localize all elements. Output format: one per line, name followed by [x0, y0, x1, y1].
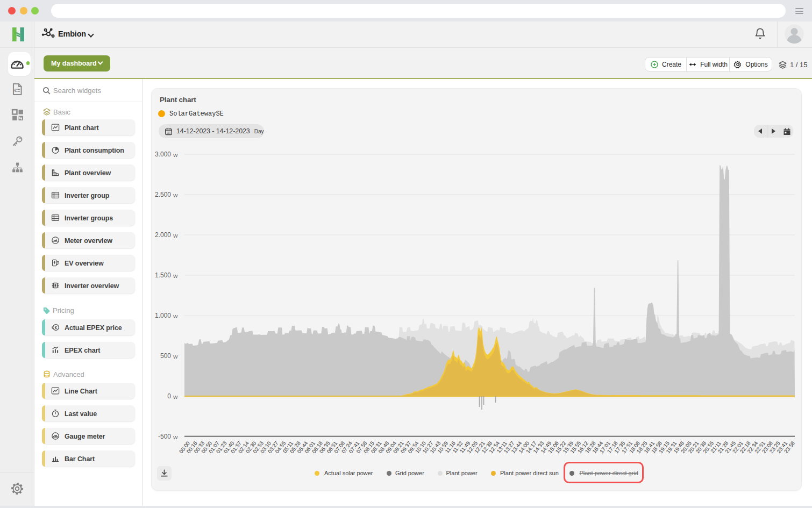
svg-text:500: 500 — [160, 352, 171, 360]
svg-text:W: W — [173, 354, 178, 360]
svg-text:W: W — [173, 153, 178, 158]
svg-text:W: W — [173, 314, 178, 319]
svg-text:2.000: 2.000 — [155, 231, 171, 239]
svg-text:0: 0 — [167, 392, 171, 400]
svg-text:W: W — [173, 193, 178, 198]
svg-text:W: W — [173, 435, 178, 440]
svg-text:W: W — [173, 233, 178, 239]
svg-text:1.000: 1.000 — [155, 312, 171, 319]
svg-text:W: W — [173, 274, 178, 279]
svg-text:2.500: 2.500 — [155, 191, 171, 198]
svg-text:1.500: 1.500 — [155, 271, 171, 279]
svg-text:W: W — [173, 395, 178, 400]
svg-text:3.000: 3.000 — [155, 151, 171, 158]
svg-text:-500: -500 — [158, 433, 171, 440]
